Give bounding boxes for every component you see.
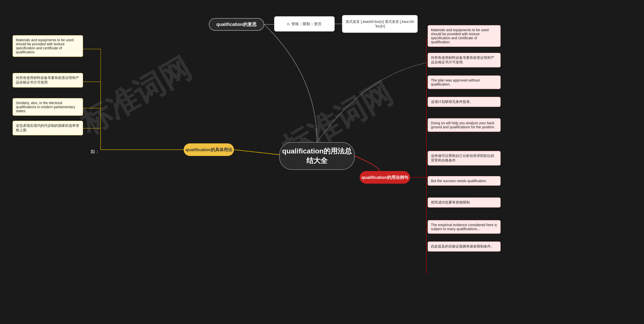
right-box-2: 对所有使用材料设备等要有材质证明和产品合格证书方可使用. [428,53,501,67]
right-box-1: Materials and equipments to be used shou… [428,25,501,47]
pronunciation-box: 英式发音 [ˌkwɒlɪfɪˈkeɪʃn] 美式发音 [ˌkwɑːlɪfɪˈke… [342,15,418,33]
right-box-3: The plan was approved without qualificat… [428,75,501,89]
usage-node-label: qualification的具体用法 [185,147,232,153]
left-box-4: 这也表现在现代的代议制的国家的选举资格上面. [13,121,83,135]
watermark-1: 标准词网 [73,48,198,144]
meaning-text-label: n. 资格；限制；资历 [287,22,322,26]
right-box-5: Doing so will help you analyze your back… [428,118,501,132]
right-box-6: 这样做可以帮助自己分析你所求职职位的背景和合格条件. [428,151,501,166]
left-box-2: 对所有使用材料设备等要有材质证明和产品合格证书方可使用. [13,73,83,88]
meaning-node: qualification的意思 [209,18,264,31]
examples-node: qualification的用法例句 [360,171,410,184]
right-box-10: 此处提及的实验证据拥有诸多限制条件。 [428,241,501,252]
examples-node-label: qualification的用法例句 [361,175,408,180]
meaning-text-box: n. 资格；限制；资历 [274,16,335,31]
center-node: qualification的用法总结大全 [279,142,355,170]
left-box-3: Similarly, also, in the electoral qualif… [13,98,83,116]
label-ru: 如： [91,148,100,154]
usage-node: qualification的具体用法 [184,143,234,156]
left-box-1: Materials and equipments to be used shou… [13,35,83,57]
right-box-8: 然而成功也要有资格限制. [428,197,501,208]
right-box-9: The empirical evidence considered here i… [428,220,501,234]
center-label: qualification的用法总结大全 [280,146,354,166]
svg-line-2 [234,150,279,155]
right-box-4: 这项计划获得无条件批准。 [428,97,501,107]
pronunciation-label: 英式发音 [ˌkwɒlɪfɪˈkeɪʃn] 美式发音 [ˌkwɑːlɪfɪˈke… [343,20,416,28]
right-box-7: But the success needs qualification. [428,176,501,186]
meaning-node-label: qualification的意思 [216,21,257,27]
